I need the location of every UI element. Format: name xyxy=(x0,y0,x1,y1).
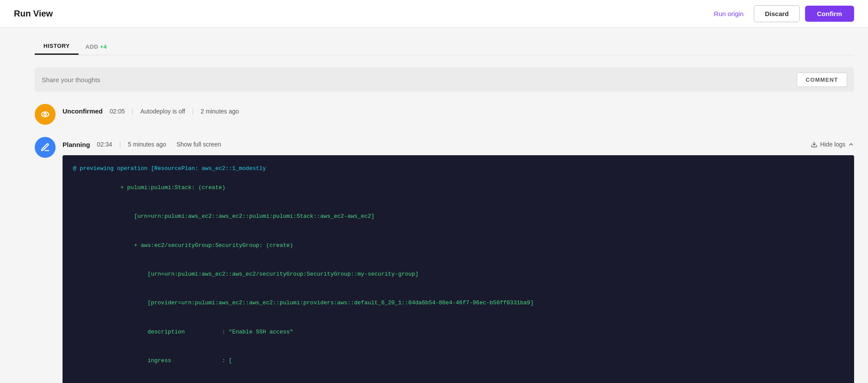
tab-add-badge: +4 xyxy=(100,43,107,50)
tab-add[interactable]: ADD+4 xyxy=(79,39,114,54)
avatar-planning xyxy=(35,137,56,158)
code-terminal: @ previewing operation [ResourcePlan: aw… xyxy=(63,155,854,383)
code-line-7: description : "Enable SSH access" xyxy=(73,318,844,346)
sep2: | xyxy=(192,108,194,115)
main-content: < HISTORY ADD+4 COMMENT xyxy=(0,28,868,383)
code-line-6: [provider=urn:pulumi:aws_ec2::aws_ec2::p… xyxy=(73,289,844,317)
unconfirmed-ago: 2 minutes ago xyxy=(201,108,239,115)
code-line-2: + pulumi:pulumi:Stack: (create) xyxy=(73,173,844,202)
comment-box: COMMENT xyxy=(35,67,854,92)
planning-row: Planning 02:34 | 5 minutes ago Show full… xyxy=(63,135,854,383)
run-origin-button[interactable]: Run origin xyxy=(709,7,749,21)
planning-sep: | xyxy=(119,140,121,148)
planning-label: Planning xyxy=(63,141,90,148)
page-title: Run View xyxy=(14,9,53,19)
code-line-9: [0]: { xyxy=(73,375,844,383)
download-icon xyxy=(811,141,818,148)
avatar-unconfirmed xyxy=(35,104,56,125)
confirm-button[interactable]: Confirm xyxy=(805,6,855,22)
planning-time: 02:34 xyxy=(97,141,112,148)
unconfirmed-time: 02:05 xyxy=(110,108,125,115)
comment-input[interactable] xyxy=(42,76,797,83)
header-actions: Run origin Discard Confirm xyxy=(709,5,854,22)
code-line-3: [urn=urn:pulumi:aws_ec2::aws_ec2::pulumi… xyxy=(73,202,844,231)
planning-ago: 5 minutes ago xyxy=(128,141,166,148)
code-line-1: @ previewing operation [ResourcePlan: aw… xyxy=(73,164,844,173)
autodeploy-label: Autodeploy is off xyxy=(140,108,185,115)
sidebar-collapse-button[interactable]: < xyxy=(0,28,21,383)
timeline-item-planning: Planning 02:34 | 5 minutes ago Show full… xyxy=(35,135,854,383)
unconfirmed-label: Unconfirmed xyxy=(63,107,103,115)
svg-point-1 xyxy=(44,113,46,116)
show-full-screen-button[interactable]: Show full screen xyxy=(177,141,221,148)
planning-header: Planning 02:34 | 5 minutes ago Show full… xyxy=(63,135,854,148)
content-area: HISTORY ADD+4 COMMENT xyxy=(21,28,868,383)
hide-logs-button[interactable]: Hide logs xyxy=(811,141,854,148)
code-line-5: [urn=urn:pulumi:aws_ec2::aws_ec2/securit… xyxy=(73,260,844,289)
tabs-bar: HISTORY ADD+4 xyxy=(35,28,854,55)
tab-history[interactable]: HISTORY xyxy=(35,38,79,55)
comment-button[interactable]: COMMENT xyxy=(797,73,847,87)
discard-button[interactable]: Discard xyxy=(754,5,799,22)
code-line-8: ingress : [ xyxy=(73,346,844,375)
unconfirmed-info: Unconfirmed 02:05 | Autodeploy is off | … xyxy=(63,102,239,115)
pencil-icon xyxy=(40,143,50,152)
chevron-up-icon xyxy=(848,141,854,147)
code-line-4: + aws:ec2/securityGroup:SecurityGroup: (… xyxy=(73,231,844,260)
top-header: Run View Run origin Discard Confirm xyxy=(0,0,868,28)
eye-icon xyxy=(40,110,50,119)
timeline-item-unconfirmed: Unconfirmed 02:05 | Autodeploy is off | … xyxy=(35,102,854,125)
sep1: | xyxy=(132,108,134,115)
timeline: Unconfirmed 02:05 | Autodeploy is off | … xyxy=(35,102,854,383)
